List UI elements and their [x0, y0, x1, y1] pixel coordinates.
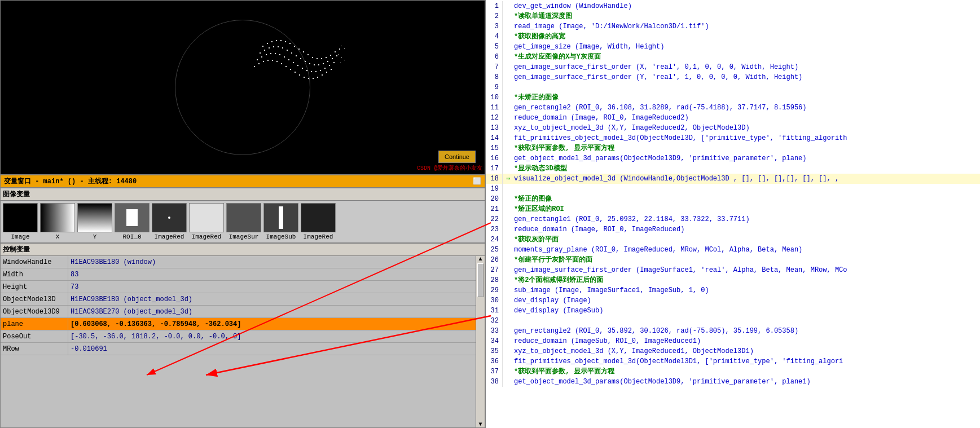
ctrl-val-0: H1EAC93BE180 (window): [68, 256, 476, 268]
thumb-ImageRed3[interactable]: ImageRed: [301, 203, 336, 240]
code-line-15[interactable]: 15*获取到平面参数, 显示平面方程: [486, 143, 980, 153]
line-content-36: fit_primitives_object_model_3d(ObjectMod…: [514, 356, 980, 367]
ctrl-row-height[interactable]: Height73: [1, 281, 476, 293]
code-line-31[interactable]: 31dev_display (ImageSub): [486, 306, 980, 316]
svg-rect-23: [282, 47, 283, 48]
svg-rect-56: [263, 61, 264, 62]
line-num-8: 8: [486, 72, 503, 82]
scroll-down[interactable]: ▼: [476, 421, 485, 427]
thumb-ImageSur[interactable]: ImageSur: [226, 203, 261, 240]
ctrl-row-poseout[interactable]: PoseOut[-30.5, -36.0, 1818.2, -0.0, 0.0,…: [1, 330, 476, 343]
thumb-ImageSub[interactable]: ImageSub: [263, 203, 298, 240]
line-num-35: 35: [486, 346, 503, 356]
ctrl-vars-scrollbar[interactable]: ▲ ▼: [476, 256, 485, 427]
code-line-22[interactable]: 22gen_rectangle1 (ROI_0, 25.0932, 22.118…: [486, 214, 980, 224]
code-line-29[interactable]: 29sub_image (Image, ImageSurface1, Image…: [486, 285, 980, 295]
code-line-36[interactable]: 36fit_primitives_object_model_3d(ObjectM…: [486, 356, 980, 367]
svg-rect-55: [258, 63, 260, 64]
line-num-19: 19: [486, 184, 503, 194]
svg-rect-51: [324, 68, 326, 69]
code-line-18[interactable]: 18⇒visualize_object_model_3d (WindowHand…: [486, 174, 980, 184]
code-line-33[interactable]: 33gen_rectangle2 (ROI_0, 35.892, 30.1026…: [486, 326, 980, 336]
code-line-4[interactable]: 4*获取图像的高宽: [486, 32, 980, 42]
svg-rect-13: [321, 58, 322, 59]
code-line-11[interactable]: 11gen_rectangle2 (ROI_0, 36.108, 31.8289…: [486, 103, 980, 113]
code-line-7[interactable]: 7gen_image_surface_first_order (X, 'real…: [486, 62, 980, 72]
continue-button[interactable]: Continue: [438, 151, 476, 163]
code-line-13[interactable]: 13xyz_to_object_model_3d (X,Y, ImageRedu…: [486, 123, 980, 133]
code-line-9[interactable]: 9: [486, 82, 980, 92]
svg-rect-48: [311, 71, 312, 72]
line-num-32: 32: [486, 316, 503, 326]
svg-rect-75: [341, 57, 342, 58]
line-content-20: *矫正的图像: [514, 194, 980, 204]
code-editor: 1dev_get_window (WindowHandle)2*读取单通道深度图…: [485, 0, 980, 428]
code-line-24[interactable]: 24*获取灰阶平面: [486, 235, 980, 245]
ctrl-val-2: 73: [68, 281, 476, 293]
var-window-bar: 变量窗口 - main* () - 主线程: 14480 ⬜: [0, 175, 485, 188]
code-line-28[interactable]: 28*将2个面相减得到矫正后的面: [486, 275, 980, 285]
svg-rect-68: [317, 77, 318, 78]
svg-rect-65: [304, 77, 305, 78]
code-line-32[interactable]: 32: [486, 316, 980, 326]
code-line-17[interactable]: 17*显示动态3D模型: [486, 164, 980, 174]
ctrl-row-width[interactable]: Width83: [1, 268, 476, 281]
line-content-8: gen_image_surface_first_order (Y, 'real'…: [514, 72, 980, 82]
line-num-20: 20: [486, 194, 503, 204]
line-content-10: *未矫正的图像: [514, 92, 980, 103]
thumb-Image[interactable]: Image: [3, 203, 38, 240]
code-line-16[interactable]: 16get_object_model_3d_params(ObjectModel…: [486, 153, 980, 164]
ctrl-row-objectmodel3d[interactable]: ObjectModel3DH1EAC93BE1B0 (object_model_…: [1, 293, 476, 306]
svg-rect-74: [339, 54, 339, 55]
code-line-34[interactable]: 34reduce_domain (ImageSub, ROI_0, ImageR…: [486, 336, 980, 346]
code-line-5[interactable]: 5get_image_size (Image, Width, Height): [486, 42, 980, 52]
code-area[interactable]: 1dev_get_window (WindowHandle)2*读取单通道深度图…: [486, 0, 980, 428]
scroll-up[interactable]: ▲: [476, 256, 485, 262]
ctrl-row-windowhandle[interactable]: WindowHandleH1EAC93BE180 (window): [1, 256, 476, 268]
ctrl-row-plane[interactable]: plane[0.603068, -0.136363, -0.785948, -3…: [1, 318, 476, 330]
code-line-8[interactable]: 8gen_image_surface_first_order (Y, 'real…: [486, 72, 980, 82]
code-line-21[interactable]: 21*矫正区域的ROI: [486, 204, 980, 214]
line-content-18: visualize_object_model_3d (WindowHandle,…: [514, 174, 980, 184]
ctrl-row-objectmodel3d9[interactable]: ObjectModel3D9H1EAC93BE270 (object_model…: [1, 306, 476, 318]
code-line-23[interactable]: 23reduce_domain (Image, ROI_0, ImageRedu…: [486, 224, 980, 235]
line-content-14: fit_primitives_object_model_3d(ObjectMod…: [514, 133, 980, 143]
code-line-26[interactable]: 26*创建平行于灰阶平面的面: [486, 255, 980, 265]
line-num-12: 12: [486, 113, 503, 123]
code-line-19[interactable]: 19: [486, 184, 980, 194]
svg-rect-12: [317, 58, 318, 59]
line-num-10: 10: [486, 92, 503, 103]
svg-rect-45: [297, 65, 298, 66]
code-line-20[interactable]: 20*矫正的图像: [486, 194, 980, 204]
ctrl-row-mrow[interactable]: MRow-0.010691: [1, 343, 476, 355]
thumb-ImageRed2[interactable]: ImageRed: [189, 203, 224, 240]
code-line-27[interactable]: 27gen_image_surface_first_order (ImageSu…: [486, 265, 980, 275]
code-line-38[interactable]: 38get_object_model_3d_params(ObjectModel…: [486, 377, 980, 387]
svg-rect-26: [296, 55, 297, 56]
svg-rect-4: [280, 40, 282, 41]
code-line-2[interactable]: 2*读取单通道深度图: [486, 11, 980, 21]
code-line-37[interactable]: 37*获取到平面参数, 显示平面方程: [486, 367, 980, 377]
code-line-10[interactable]: 10*未矫正的图像: [486, 92, 980, 103]
thumb-ImageRed1[interactable]: ImageRed: [152, 203, 187, 240]
code-line-1[interactable]: 1dev_get_window (WindowHandle): [486, 1, 980, 11]
svg-rect-10: [307, 54, 309, 55]
line-content-5: get_image_size (Image, Width, Height): [514, 42, 980, 52]
image-vars-row: Image X Y ROI_0 ImageRed: [1, 201, 485, 242]
code-line-3[interactable]: 3read_image (Image, 'D:/1NewWork/Halcon3…: [486, 21, 980, 32]
scroll-thumb[interactable]: [477, 263, 484, 297]
code-line-35[interactable]: 35xyz_to_object_model_3d (X,Y, ImageRedu…: [486, 346, 980, 356]
line-content-12: reduce_domain (Image, ROI_0, ImageReduce…: [514, 113, 980, 123]
var-window-resize[interactable]: ⬜: [473, 177, 481, 186]
code-line-6[interactable]: 6*生成对应图像的X与Y灰度面: [486, 52, 980, 62]
code-line-25[interactable]: 25moments_gray_plane (ROI_0, ImageReduce…: [486, 245, 980, 255]
svg-rect-64: [299, 74, 300, 76]
thumb-ROI0[interactable]: ROI_0: [115, 203, 150, 240]
thumb-Y[interactable]: Y: [77, 203, 112, 240]
svg-rect-5: [285, 41, 286, 42]
code-line-30[interactable]: 30dev_display (Image): [486, 295, 980, 306]
code-line-12[interactable]: 12reduce_domain (Image, ROI_0, ImageRedu…: [486, 113, 980, 123]
svg-rect-35: [336, 55, 337, 56]
code-line-14[interactable]: 14fit_primitives_object_model_3d(ObjectM…: [486, 133, 980, 143]
thumb-X[interactable]: X: [40, 203, 75, 240]
